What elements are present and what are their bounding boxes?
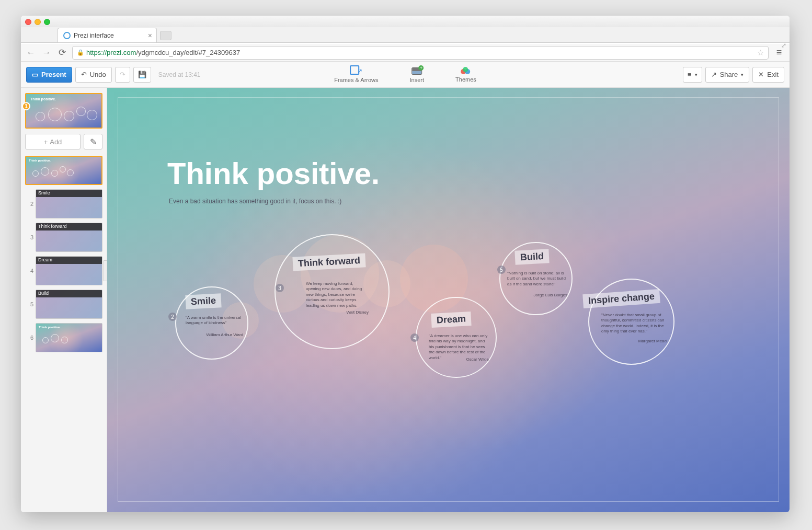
pencil-icon: ✎ (90, 137, 97, 147)
exit-button[interactable]: ✕ Exit (752, 67, 784, 83)
bubble-label-build[interactable]: Build (514, 249, 549, 264)
overview-title: Think positive. (30, 97, 56, 101)
content: Think positive. +Add ✎ 1 Think positive. (21, 88, 790, 512)
redo-icon: ↷ (120, 71, 125, 78)
plus-icon: + (44, 138, 48, 146)
canvas[interactable]: Think positive. Even a bad situation has… (107, 88, 790, 512)
main-title[interactable]: Think positive. (167, 156, 380, 191)
bubble-author: Margaret Mead (601, 339, 667, 343)
bubble-label-smile[interactable]: Smile (185, 293, 221, 309)
step-number: 3 (25, 234, 33, 240)
step-label: Smile (36, 190, 102, 197)
step-thumbnail[interactable]: Dream (36, 256, 102, 285)
present-button[interactable]: ▭ Present (26, 67, 72, 83)
lock-icon: 🔒 (77, 49, 84, 56)
insert-icon (411, 66, 422, 76)
step-thumbnail[interactable]: Think positive. (25, 156, 102, 185)
url-scheme: https:// (86, 49, 107, 56)
step-item-1[interactable]: 1 Think positive. (25, 156, 102, 185)
bubble-quote: "Nothing is built on stone; all is built… (507, 271, 567, 287)
add-step-button[interactable]: +Add (25, 134, 81, 149)
canvas-wrap[interactable]: Think positive. Even a bad situation has… (107, 88, 790, 512)
step-item-6[interactable]: 6 Think positive. (25, 323, 102, 352)
url-field[interactable]: 🔒 https://prezi.com/ydgmcdcu_day/edit/#7… (72, 46, 769, 60)
frames-icon: ↗ (351, 66, 361, 76)
step-label: Dream (36, 257, 102, 264)
settings-button[interactable]: ≡▾ (683, 67, 702, 83)
step-thumbnail[interactable]: Build (36, 290, 102, 319)
step-item-3[interactable]: 3 Think forward (25, 223, 102, 252)
step-item-2[interactable]: 2 Smile (25, 189, 102, 218)
bubble-author: Walt Disney (306, 310, 369, 315)
save-icon: 💾 (138, 71, 146, 78)
step-item-5[interactable]: 5 Build (25, 290, 102, 319)
step-item-4[interactable]: 4 Dream (25, 256, 102, 285)
close-icon: ✕ (758, 71, 764, 78)
subtitle[interactable]: Even a bad situation has something good … (169, 198, 341, 205)
tabstrip: Prezi interface × ⤢ (21, 27, 790, 43)
redo-button[interactable]: ↷ (115, 67, 130, 83)
url-path: /ydgmcdcu_day/edit/#7_24309637 (136, 49, 240, 56)
save-button[interactable]: 💾 (133, 67, 151, 83)
window-zoom-icon[interactable] (44, 19, 50, 25)
step-badge: 1 (22, 102, 30, 110)
step-number: 5 (25, 301, 33, 307)
present-label: Present (41, 71, 66, 78)
browser-tab[interactable]: Prezi interface × (58, 28, 157, 42)
bubble-number: 3 (276, 284, 284, 292)
tab-close-icon[interactable]: × (148, 31, 152, 40)
forward-button[interactable]: → (41, 48, 52, 58)
bubble-quote: We keep moving forward, opening new door… (306, 281, 369, 308)
step-thumbnail[interactable]: Think positive. (36, 323, 102, 352)
step-thumbnail[interactable]: Smile (36, 189, 102, 218)
app-toolbar: ▭ Present ↶ Undo ↷ 💾 Saved at 13:41 ↗ Fr… (21, 62, 790, 88)
share-icon: ↗ (711, 71, 717, 78)
browser-window: Prezi interface × ⤢ ← → ⟳ 🔒 https://prez… (21, 16, 790, 512)
undo-icon: ↶ (81, 71, 87, 78)
prezi-favicon-icon (63, 32, 71, 39)
sidebar-collapse-handle[interactable]: ⟨ (104, 260, 107, 281)
chevron-down-icon: ▾ (741, 72, 744, 77)
step-thumbnail[interactable]: Think forward (36, 223, 102, 252)
window-minimize-icon[interactable] (35, 19, 41, 25)
bubble-author: Jorge Luis Borges (507, 293, 567, 297)
bubble-author: Oscar Wilde (429, 357, 489, 362)
bubble-number: 4 (410, 333, 419, 342)
chevron-down-icon: ▾ (695, 72, 697, 77)
step-number: 2 (25, 201, 33, 207)
toolbar-right: ≡▾ ↗ Share ▾ ✕ Exit (683, 67, 784, 83)
step-number: 6 (25, 335, 33, 341)
themes-label: Themes (455, 76, 476, 83)
bubble-label-dream[interactable]: Dream (431, 312, 471, 328)
edit-path-button[interactable]: ✎ (84, 134, 102, 149)
step-number: 4 (25, 268, 33, 274)
present-icon: ▭ (32, 71, 38, 78)
tab-title: Prezi interface (74, 32, 114, 39)
frames-label: Frames & Arrows (334, 77, 378, 83)
new-tab-button[interactable] (160, 31, 171, 40)
back-button[interactable]: ← (25, 48, 37, 58)
themes-icon (461, 67, 471, 75)
themes-button[interactable]: Themes (455, 67, 476, 83)
frames-arrows-button[interactable]: ↗ Frames & Arrows (334, 66, 378, 83)
add-row: +Add ✎ (25, 134, 102, 149)
overview-thumbnail[interactable]: Think positive. (25, 93, 102, 129)
bubble-quote: "Never doubt that small group of thought… (601, 313, 667, 335)
prezi-app: ▭ Present ↶ Undo ↷ 💾 Saved at 13:41 ↗ Fr… (21, 62, 790, 512)
exit-label: Exit (767, 71, 779, 78)
url-host: prezi.com (107, 49, 136, 56)
bubble-number: 5 (497, 266, 506, 274)
bookmark-star-icon[interactable]: ☆ (757, 48, 764, 57)
share-button[interactable]: ↗ Share ▾ (705, 67, 750, 83)
window-close-icon[interactable] (25, 19, 31, 25)
sidebar: Think positive. +Add ✎ 1 Think positive. (21, 88, 107, 512)
bubble-number: 2 (168, 313, 177, 321)
reload-button[interactable]: ⟳ (56, 47, 68, 58)
undo-button[interactable]: ↶ Undo (75, 67, 112, 83)
maximize-icon[interactable]: ⤢ (781, 42, 786, 49)
bubble-quote: "A warm smile is the universal language … (186, 315, 243, 326)
insert-button[interactable]: Insert (410, 66, 425, 83)
step-label: Build (36, 290, 102, 297)
settings-icon: ≡ (688, 71, 692, 78)
bubble-author: William Arthur Ward (186, 332, 243, 337)
